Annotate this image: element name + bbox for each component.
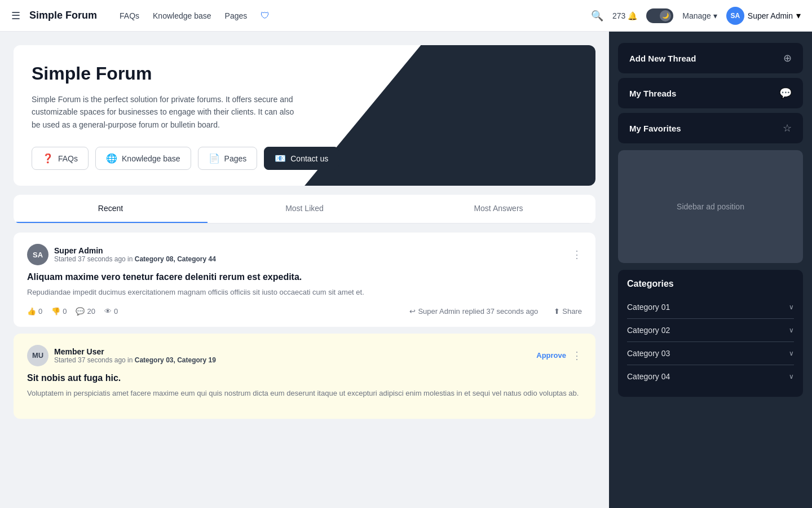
user-name: Super Admin: [748, 11, 793, 20]
search-icon[interactable]: 🔍: [591, 10, 603, 22]
hero-btn-pages[interactable]: 📄 Pages: [198, 147, 258, 170]
star-icon: ☆: [783, 122, 792, 134]
thread-more-button[interactable]: ⋮: [572, 349, 582, 362]
plus-circle-icon: ⊕: [783, 52, 792, 64]
notification-count: 273: [612, 11, 625, 20]
view-stat: 👁 0: [104, 307, 118, 316]
toggle-knob: 🌙: [660, 10, 671, 21]
page-icon: 📄: [209, 153, 220, 164]
dark-mode-toggle[interactable]: 🌙: [646, 8, 673, 23]
hero-description: Simple Forum is the perfect solution for…: [32, 93, 302, 131]
tabs-section: Recent Most Liked Most Answers: [14, 195, 595, 224]
thread-footer: 👍 0 👎 0 💬 20 👁 0 ↩ Super Admin: [27, 307, 582, 316]
reply-time: replied 37 seconds ago: [462, 307, 538, 316]
thread-excerpt: Voluptatem in perspiciatis amet facere m…: [27, 388, 582, 399]
thread-title: Aliquam maxime vero tenetur facere delen…: [27, 272, 582, 282]
add-thread-label: Add New Thread: [629, 54, 696, 63]
my-favorites-label: My Favorites: [629, 124, 681, 133]
share-button[interactable]: ⬆ Share: [554, 307, 582, 316]
category-name: Category 02: [627, 326, 670, 335]
email-icon: 📧: [275, 153, 286, 164]
manage-button[interactable]: Manage ▾: [682, 11, 717, 20]
author-meta: Started 37 seconds ago in Category 03, C…: [54, 356, 216, 364]
user-chevron-icon: ▾: [796, 10, 801, 21]
category-item[interactable]: Category 03 ∨: [627, 342, 794, 365]
like-stat[interactable]: 👍 0: [27, 307, 42, 316]
hero-content: Simple Forum Simple Forum is the perfect…: [32, 63, 577, 170]
shield-icon[interactable]: 🛡: [261, 11, 270, 21]
add-thread-button[interactable]: Add New Thread ⊕: [618, 43, 803, 73]
user-menu[interactable]: SA Super Admin ▾: [726, 7, 801, 25]
my-threads-label: My Threads: [629, 89, 676, 98]
manage-label: Manage: [682, 11, 711, 20]
approve-button[interactable]: Approve: [536, 351, 566, 360]
chevron-down-icon: ∨: [789, 373, 794, 380]
my-threads-button[interactable]: My Threads 💬: [618, 78, 803, 108]
category-item[interactable]: Category 04 ∨: [627, 365, 794, 388]
category-item[interactable]: Category 02 ∨: [627, 319, 794, 342]
dislike-stat[interactable]: 👎 0: [51, 307, 67, 316]
nav-link-knowledge[interactable]: Knowledge base: [153, 11, 211, 20]
sidebar-ad: Sidebar ad position: [618, 150, 803, 263]
comment-icon: 💬: [76, 307, 85, 316]
chevron-down-icon: ∨: [789, 349, 794, 357]
thumbs-down-icon: 👎: [51, 307, 60, 316]
hero-buttons: ❓ FAQs 🌐 Knowledge base 📄 Pages 📧 Contac…: [32, 147, 577, 170]
nav-links: FAQs Knowledge base Pages 🛡: [120, 11, 270, 21]
categories-section: Categories Category 01 ∨ Category 02 ∨ C…: [618, 270, 803, 397]
comment-stat[interactable]: 💬 20: [76, 307, 95, 316]
reply-info: ↩ Super Admin replied 37 seconds ago: [409, 307, 538, 316]
left-content: Simple Forum Simple Forum is the perfect…: [0, 32, 609, 508]
nav-link-faqs[interactable]: FAQs: [120, 11, 139, 20]
chevron-down-icon: ∨: [789, 303, 794, 311]
question-icon: ❓: [42, 153, 54, 164]
category-item[interactable]: Category 01 ∨: [627, 296, 794, 319]
category-name: Category 03: [627, 349, 670, 358]
chevron-down-icon: ∨: [789, 326, 794, 334]
nav-link-pages[interactable]: Pages: [225, 11, 248, 20]
globe-icon: 🌐: [106, 153, 117, 164]
author-name: Super Admin: [54, 246, 216, 255]
navbar-left: ☰ Simple Forum FAQs Knowledge base Pages…: [11, 10, 270, 22]
navbar-right: 🔍 273 🔔 🌙 Manage ▾ SA Super Admin ▾: [591, 7, 801, 25]
avatar: MU: [27, 345, 48, 366]
thread-header: SA Super Admin Started 37 seconds ago in…: [27, 244, 582, 265]
categories-title: Categories: [627, 279, 794, 289]
header-right-group: Approve ⋮: [536, 349, 582, 362]
reply-author: Super Admin: [418, 307, 460, 316]
avatar: SA: [27, 244, 48, 265]
share-icon: ⬆: [554, 307, 560, 316]
thread-author-info: SA Super Admin Started 37 seconds ago in…: [27, 244, 216, 265]
brand-name: Simple Forum: [29, 10, 97, 21]
hero-btn-contact[interactable]: 📧 Contact us: [264, 147, 339, 170]
hero-btn-faqs[interactable]: ❓ FAQs: [32, 147, 89, 170]
author-details: Member User Started 37 seconds ago in Ca…: [54, 347, 216, 364]
notification-badge[interactable]: 273 🔔: [612, 11, 637, 20]
bell-icon: 🔔: [628, 11, 637, 20]
tab-most-answers[interactable]: Most Answers: [401, 195, 595, 223]
navbar: ☰ Simple Forum FAQs Knowledge base Pages…: [0, 0, 812, 32]
thread-more-button[interactable]: ⋮: [572, 248, 582, 261]
category-name: Category 04: [627, 372, 670, 381]
tab-most-liked[interactable]: Most Liked: [208, 195, 401, 223]
right-sidebar: Add New Thread ⊕ My Threads 💬 My Favorit…: [609, 32, 812, 508]
chat-icon: 💬: [779, 87, 792, 99]
thread-author-info: MU Member User Started 37 seconds ago in…: [27, 345, 216, 366]
hero-title: Simple Forum: [32, 63, 577, 84]
thumbs-up-icon: 👍: [27, 307, 36, 316]
reply-icon: ↩: [409, 307, 416, 316]
hero-btn-knowledge[interactable]: 🌐 Knowledge base: [95, 147, 191, 170]
author-details: Super Admin Started 37 seconds ago in Ca…: [54, 246, 216, 263]
hamburger-icon[interactable]: ☰: [11, 10, 20, 22]
hero-section: Simple Forum Simple Forum is the perfect…: [14, 45, 595, 186]
tab-recent[interactable]: Recent: [14, 195, 208, 223]
my-favorites-button[interactable]: My Favorites ☆: [618, 113, 803, 143]
tabs-bar: Recent Most Liked Most Answers: [14, 195, 595, 224]
thread-header: MU Member User Started 37 seconds ago in…: [27, 345, 582, 366]
thread-title: Sit nobis aut fuga hic.: [27, 373, 582, 383]
thread-card: SA Super Admin Started 37 seconds ago in…: [14, 233, 595, 327]
thread-card-highlighted: MU Member User Started 37 seconds ago in…: [14, 334, 595, 419]
moon-icon: 🌙: [662, 12, 669, 19]
thread-excerpt: Repudiandae impedit ducimus exercitation…: [27, 287, 582, 298]
eye-icon: 👁: [104, 307, 112, 316]
